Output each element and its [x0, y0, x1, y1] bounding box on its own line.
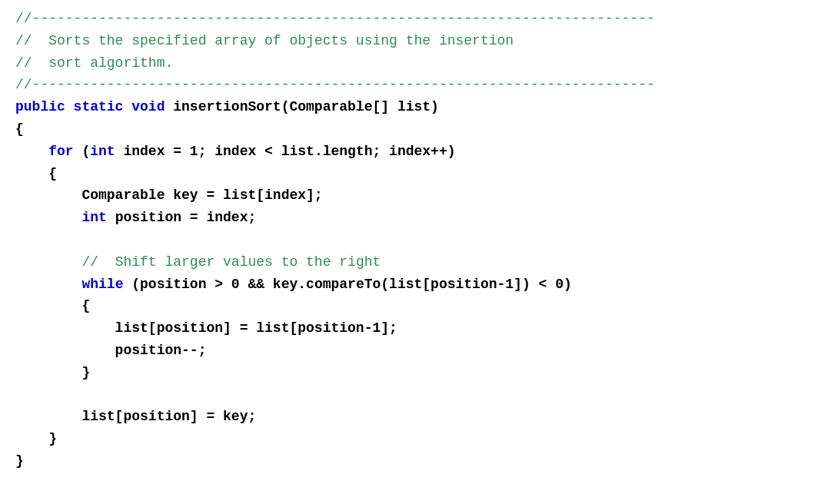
- code-line: // sort algorithm.: [15, 52, 823, 75]
- code-line: [15, 229, 823, 251]
- code-line: //--------------------------------------…: [15, 8, 823, 30]
- code-token-comment: //--------------------------------------…: [15, 77, 655, 92]
- code-line: list[position] = list[position-1];: [15, 317, 823, 340]
- code-line: {: [15, 295, 823, 317]
- code-token-normal: [15, 210, 81, 225]
- code-token-normal: Comparable key = list[index];: [15, 187, 323, 203]
- code-token-comment: // sort algorithm.: [15, 55, 173, 71]
- code-line: list[position] = key;: [15, 406, 823, 428]
- code-token-normal: [15, 254, 81, 270]
- code-token-normal: {: [15, 166, 57, 181]
- code-line: {: [15, 118, 823, 141]
- code-token-comment: // Sorts the specified array of objects …: [15, 33, 514, 48]
- code-line: //--------------------------------------…: [15, 74, 823, 96]
- code-line: for (int index = 1; index < list.length;…: [15, 141, 823, 163]
- code-line: Comparable key = list[index];: [15, 184, 823, 207]
- code-token-normal: [15, 144, 48, 159]
- code-token-keyword: public static void: [15, 99, 173, 114]
- code-token-comment: // Shift larger values to the right: [81, 254, 381, 270]
- code-token-type: int: [90, 144, 115, 159]
- code-token-comment: //--------------------------------------…: [15, 11, 655, 26]
- code-token-type: int: [81, 210, 106, 225]
- code-container: //--------------------------------------…: [0, 0, 838, 504]
- code-token-normal: {: [15, 298, 90, 313]
- code-token-normal: }: [15, 453, 24, 469]
- code-token-normal: position = index;: [107, 210, 256, 225]
- code-token-normal: (position > 0 && key.compareTo(list[posi…: [123, 277, 571, 292]
- code-line: {: [15, 163, 823, 185]
- code-line: // Shift larger values to the right: [15, 251, 823, 274]
- code-token-normal: }: [15, 365, 90, 380]
- code-line: int position = index;: [15, 207, 823, 229]
- code-line: }: [15, 362, 823, 384]
- code-line: }: [15, 450, 823, 472]
- code-line: public static void insertionSort(Compara…: [15, 96, 823, 118]
- code-line: while (position > 0 && key.compareTo(lis…: [15, 274, 823, 296]
- code-token-normal: position--;: [15, 343, 206, 358]
- code-token-normal: index = 1; index < list.length; index++): [115, 144, 456, 159]
- code-line: }: [15, 428, 823, 450]
- code-token-normal: (: [74, 144, 91, 159]
- code-line: // Sorts the specified array of objects …: [15, 30, 823, 52]
- code-token-normal: {: [15, 121, 24, 137]
- code-token-normal: list[position] = list[position-1];: [15, 320, 397, 336]
- code-line: [15, 384, 823, 406]
- code-token-normal: list[position] = key;: [15, 409, 256, 424]
- code-token-keyword: for: [48, 144, 73, 159]
- code-token-keyword: while: [81, 277, 123, 292]
- code-line: position--;: [15, 340, 823, 362]
- code-token-normal: insertionSort(Comparable[] list): [173, 99, 439, 114]
- code-token-normal: [15, 277, 81, 292]
- code-token-normal: }: [15, 431, 57, 446]
